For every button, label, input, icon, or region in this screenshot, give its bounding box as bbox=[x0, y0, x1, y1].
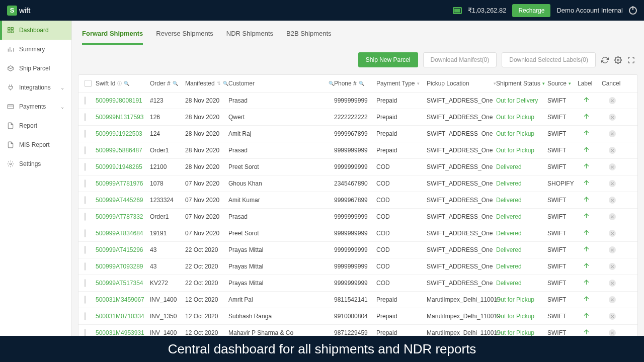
download-label-icon[interactable] bbox=[583, 96, 590, 104]
row-checkbox[interactable] bbox=[85, 229, 86, 237]
tab-forward-shipments[interactable]: Forward Shipments bbox=[82, 30, 143, 45]
swift-id-link[interactable]: 500999N1317593 bbox=[96, 114, 150, 121]
logo[interactable]: S wift bbox=[7, 6, 31, 16]
fullscreen-icon[interactable] bbox=[627, 56, 635, 64]
cancel-icon[interactable]: ✕ bbox=[609, 180, 616, 187]
tab-ndr-shipments[interactable]: NDR Shipments bbox=[226, 30, 273, 45]
sidebar-item-payments[interactable]: Payments⌄ bbox=[0, 97, 71, 116]
swift-id-link[interactable]: 500999J5886487 bbox=[96, 147, 150, 154]
row-checkbox[interactable] bbox=[85, 246, 86, 254]
swift-id-link[interactable]: 500999J1922503 bbox=[96, 130, 150, 137]
column-header[interactable]: Payment Type ▾ bbox=[376, 80, 427, 87]
recharge-button[interactable]: Recharge bbox=[512, 4, 550, 17]
sort-icon[interactable]: ⇅ bbox=[217, 81, 221, 86]
swift-id-link[interactable]: 500999AT787332 bbox=[96, 213, 150, 220]
download-label-icon[interactable] bbox=[583, 328, 590, 336]
swift-id-link[interactable]: 500031M0710334 bbox=[96, 313, 150, 320]
cancel-icon[interactable]: ✕ bbox=[609, 114, 616, 121]
cancel-icon[interactable]: ✕ bbox=[609, 147, 616, 154]
column-header[interactable]: Pickup Location ▾ bbox=[427, 80, 496, 87]
download-labels-button[interactable]: Download Selected Labels(0) bbox=[502, 52, 596, 67]
filter-icon[interactable]: ▾ bbox=[542, 81, 545, 86]
column-header[interactable]: Manifested ⇅ 🔍 bbox=[185, 80, 228, 87]
swift-id-link[interactable]: 500999AT093289 bbox=[96, 263, 150, 270]
row-checkbox[interactable] bbox=[85, 279, 86, 287]
sidebar-item-settings[interactable]: Settings bbox=[0, 154, 71, 173]
column-header[interactable]: Label bbox=[578, 80, 602, 87]
filter-icon[interactable]: ▾ bbox=[569, 81, 571, 86]
cancel-icon[interactable]: ✕ bbox=[609, 130, 616, 137]
column-header[interactable]: Phone # 🔍 bbox=[334, 80, 376, 87]
sidebar-item-mis-report[interactable]: MIS Report bbox=[0, 135, 71, 154]
column-header[interactable]: Order # 🔍 bbox=[150, 80, 185, 87]
column-header[interactable] bbox=[78, 80, 96, 87]
row-checkbox[interactable] bbox=[85, 213, 86, 221]
swift-id-link[interactable]: 500999AT445269 bbox=[96, 197, 150, 204]
cancel-icon[interactable]: ✕ bbox=[609, 329, 616, 336]
account-name[interactable]: Demo Account Internal bbox=[556, 7, 623, 14]
cancel-icon[interactable]: ✕ bbox=[609, 296, 616, 303]
download-label-icon[interactable] bbox=[583, 196, 590, 203]
swift-id-link[interactable]: 500999AT781976 bbox=[96, 180, 150, 187]
row-checkbox[interactable] bbox=[85, 296, 86, 304]
cancel-icon[interactable]: ✕ bbox=[609, 246, 616, 253]
download-label-icon[interactable] bbox=[583, 295, 590, 303]
download-label-icon[interactable] bbox=[583, 179, 590, 187]
settings-icon[interactable] bbox=[614, 56, 622, 64]
cancel-icon[interactable]: ✕ bbox=[609, 230, 616, 237]
download-label-icon[interactable] bbox=[583, 146, 590, 153]
sidebar-item-dashboard[interactable]: Dashboard bbox=[0, 21, 71, 40]
download-label-icon[interactable] bbox=[583, 162, 590, 170]
filter-icon[interactable]: ▾ bbox=[417, 81, 420, 86]
cancel-icon[interactable]: ✕ bbox=[609, 97, 616, 104]
sidebar-item-summary[interactable]: Summary bbox=[0, 40, 71, 59]
info-icon[interactable]: ⓘ bbox=[117, 80, 122, 87]
download-label-icon[interactable] bbox=[583, 129, 590, 137]
column-header[interactable]: Swift Id ⓘ 🔍 bbox=[96, 80, 150, 87]
search-icon[interactable]: 🔍 bbox=[359, 81, 364, 86]
search-icon[interactable]: 🔍 bbox=[173, 81, 178, 86]
ship-new-parcel-button[interactable]: Ship New Parcel bbox=[358, 52, 418, 67]
download-label-icon[interactable] bbox=[583, 212, 590, 220]
download-label-icon[interactable] bbox=[583, 113, 590, 120]
swift-id-link[interactable]: 500999J8008191 bbox=[96, 97, 150, 104]
download-label-icon[interactable] bbox=[583, 279, 590, 286]
cancel-icon[interactable]: ✕ bbox=[609, 213, 616, 220]
swift-id-link[interactable]: 500999J1948265 bbox=[96, 163, 150, 170]
download-label-icon[interactable] bbox=[583, 262, 590, 269]
search-icon[interactable]: 🔍 bbox=[124, 81, 129, 86]
row-checkbox[interactable] bbox=[85, 179, 86, 188]
refresh-icon[interactable] bbox=[601, 56, 609, 64]
row-checkbox[interactable] bbox=[85, 163, 86, 171]
tab-b2b-shipments[interactable]: B2B Shipments bbox=[286, 30, 332, 45]
sidebar-item-ship-parcel[interactable]: Ship Parcel bbox=[0, 59, 71, 78]
sidebar-item-integrations[interactable]: Integrations⌄ bbox=[0, 78, 71, 97]
column-header[interactable]: Customer 🔍 bbox=[228, 80, 334, 87]
select-all-checkbox[interactable] bbox=[85, 80, 92, 87]
power-icon[interactable] bbox=[629, 7, 637, 15]
download-manifest-button[interactable]: Download Manifest(0) bbox=[423, 52, 497, 67]
swift-id-link[interactable]: 500999AT834684 bbox=[96, 230, 150, 237]
row-checkbox[interactable] bbox=[85, 130, 86, 138]
row-checkbox[interactable] bbox=[85, 146, 86, 154]
tab-reverse-shipments[interactable]: Reverse Shipments bbox=[156, 30, 213, 45]
swift-id-link[interactable]: 500999AT517354 bbox=[96, 280, 150, 287]
search-icon[interactable]: 🔍 bbox=[223, 81, 228, 86]
row-checkbox[interactable] bbox=[85, 97, 86, 105]
swift-id-link[interactable]: 500031M4953931 bbox=[96, 329, 150, 336]
cancel-icon[interactable]: ✕ bbox=[609, 280, 616, 287]
download-label-icon[interactable] bbox=[583, 312, 590, 319]
swift-id-link[interactable]: 500031M3459067 bbox=[96, 296, 150, 303]
column-header[interactable]: Shipment Status ▾ bbox=[496, 80, 547, 87]
cancel-icon[interactable]: ✕ bbox=[609, 263, 616, 270]
search-icon[interactable]: 🔍 bbox=[329, 81, 334, 86]
row-checkbox[interactable] bbox=[85, 329, 86, 336]
download-label-icon[interactable] bbox=[583, 229, 590, 236]
cancel-icon[interactable]: ✕ bbox=[609, 313, 616, 320]
row-checkbox[interactable] bbox=[85, 196, 86, 204]
swift-id-link[interactable]: 500999AT415296 bbox=[96, 246, 150, 253]
cancel-icon[interactable]: ✕ bbox=[609, 197, 616, 204]
cancel-icon[interactable]: ✕ bbox=[609, 163, 616, 170]
column-header[interactable]: Source ▾ bbox=[547, 80, 578, 87]
download-label-icon[interactable] bbox=[583, 245, 590, 253]
